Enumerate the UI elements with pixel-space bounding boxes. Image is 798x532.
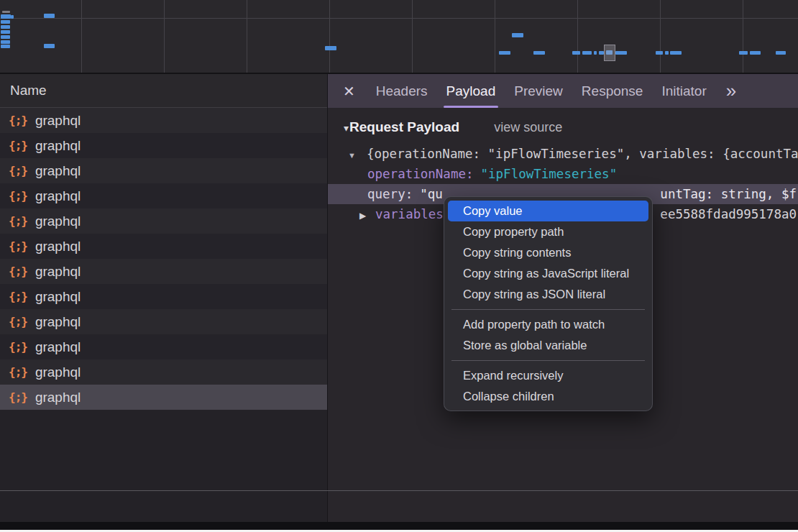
request-timing-bar [776,51,786,55]
request-timing-bar [594,51,597,55]
devtools-network-window: Name {;}graphql {;}graphql {;}graphql {;… [0,0,798,532]
request-timing-bar [533,51,545,55]
network-request-row[interactable]: {;}graphql [0,359,327,385]
request-timing-bar [512,33,523,37]
request-name: graphql [35,364,81,380]
property-key: query: [367,187,413,201]
request-timing-bar [750,51,761,55]
network-overview-timeline[interactable] [0,0,798,74]
request-timing-bar [572,51,580,55]
request-timing-bar [44,14,55,18]
json-brackets-icon: {;} [9,114,27,127]
timeline-selection-box[interactable] [604,45,615,61]
request-timing-bar [325,46,336,50]
timeline-gridline [660,0,661,73]
menu-separator [451,360,645,361]
more-tabs-icon[interactable]: » [726,74,736,108]
property-value: "qu [420,187,443,201]
collapsed-triangle-icon[interactable]: ▶ [359,206,375,224]
property-key: operationName: [367,167,474,181]
tab-label: Preview [514,83,563,98]
menu-item-copy-property-path[interactable]: Copy property path [444,221,652,242]
network-request-row-selected[interactable]: {;}graphql [0,385,327,410]
network-request-row[interactable]: {;}graphql [0,183,327,208]
close-icon[interactable]: ✕ [343,83,355,100]
request-timing-bar [1,40,10,44]
network-request-row[interactable]: {;}graphql [0,259,327,284]
menu-item-copy-value[interactable]: Copy value [448,201,648,221]
network-request-row[interactable]: {;}graphql [0,158,327,183]
property-key: variables [375,207,444,221]
request-timing-bar [665,51,669,55]
network-request-row[interactable]: {;}graphql [0,234,327,259]
request-name: graphql [35,314,81,330]
tab-label: Payload [446,83,496,98]
request-timing-bar [499,51,510,55]
tab-preview[interactable]: Preview [505,74,572,108]
tab-response[interactable]: Response [572,74,653,108]
menu-item-store-as-global-variable[interactable]: Store as global variable [444,335,652,356]
network-request-row[interactable]: {;}graphql [0,208,327,234]
request-name: graphql [35,264,81,280]
timeline-gridline [577,0,578,73]
property-value-clipped: untTag: string, $f [660,184,797,204]
expanded-triangle-icon[interactable]: ▼ [348,145,367,164]
vertical-splitter[interactable] [327,74,328,522]
request-timing-bar [1,20,10,24]
json-brackets-icon: {;} [9,290,27,303]
request-payload-title: Request Payload [349,119,459,135]
property-value-clipped: ee5588fdad995178a0 [660,204,797,224]
timeline-gridline [412,0,413,73]
section-collapse-triangle-icon[interactable]: ▾ [344,122,349,134]
json-brackets-icon: {;} [9,214,27,228]
network-requests-panel: Name {;}graphql {;}graphql {;}graphql {;… [0,74,327,522]
network-request-row[interactable]: {;}graphql [0,334,327,359]
context-menu: Copy value Copy property path Copy strin… [444,196,653,411]
menu-item-copy-string-json-literal[interactable]: Copy string as JSON literal [444,284,652,305]
menu-separator [451,309,645,310]
request-name: graphql [35,289,81,305]
request-name: graphql [35,239,81,254]
payload-summary-text: {operationName: "ipFlowTimeseries", vari… [367,147,798,161]
menu-item-add-property-path-to-watch[interactable]: Add property path to watch [444,314,652,335]
request-timing-bar [1,45,10,48]
json-brackets-icon: {;} [9,340,27,354]
menu-item-copy-string-js-literal[interactable]: Copy string as JavaScript literal [444,263,652,284]
payload-root-row[interactable]: ▼{operationName: "ipFlowTimeseries", var… [328,144,798,164]
tab-payload[interactable]: Payload [437,74,505,108]
request-timing-bar [11,15,14,19]
horizontal-splitter[interactable] [0,490,798,491]
timeline-gridline [81,0,82,73]
request-timing-bar [1,30,10,34]
request-timing-bar [44,44,55,48]
tab-initiator[interactable]: Initiator [652,74,715,108]
network-request-row[interactable]: {;}graphql [0,108,327,133]
network-request-row[interactable]: {;}graphql [0,133,327,158]
network-request-row[interactable]: {;}graphql [0,309,327,334]
tab-label: Initiator [661,83,706,98]
json-brackets-icon: {;} [9,315,27,329]
timeline-gridline [329,0,330,73]
request-timing-bar [1,25,10,29]
request-timing-bar [1,35,10,39]
network-request-row[interactable]: {;}graphql [0,284,327,309]
json-brackets-icon: {;} [9,239,27,253]
name-column-header[interactable]: Name [0,74,327,108]
menu-item-collapse-children[interactable]: Collapse children [444,386,652,407]
json-brackets-icon: {;} [9,189,27,203]
tab-headers[interactable]: Headers [367,74,437,108]
name-column-label: Name [10,83,47,98]
payload-operationname-row[interactable]: operationName:"ipFlowTimeseries" [328,164,798,184]
timeline-gridline [247,0,247,73]
request-timing-bar [599,51,604,55]
menu-item-expand-recursively[interactable]: Expand recursively [444,365,652,386]
view-source-link[interactable]: view source [494,120,562,135]
request-timing-bar [582,51,592,55]
request-name: graphql [35,163,81,179]
request-name: graphql [35,339,81,355]
detail-tabbar: ✕ Headers Payload Preview Response Initi… [328,74,798,108]
request-payload-section-header[interactable]: ▾ Request Payload view source [328,108,798,135]
tab-label: Headers [376,83,428,98]
request-timing-bar [739,51,748,55]
menu-item-copy-string-contents[interactable]: Copy string contents [444,242,652,263]
